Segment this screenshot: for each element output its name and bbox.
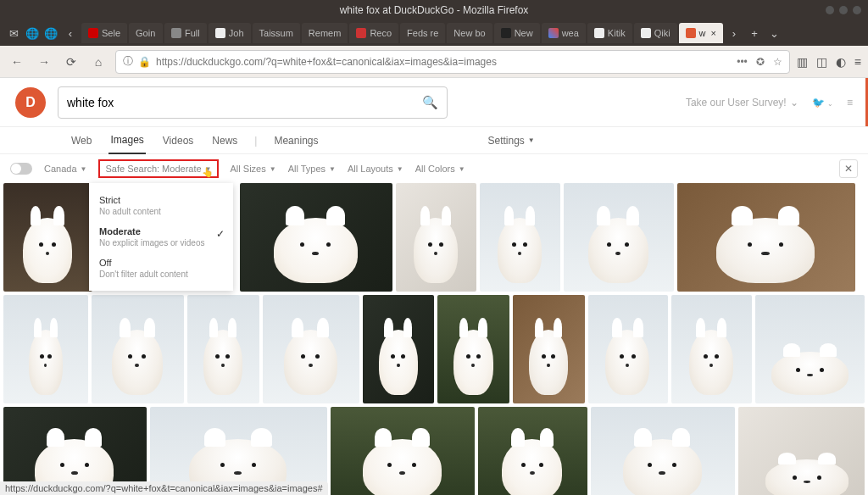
chevron-down-icon: ▼ <box>270 165 276 173</box>
image-result[interactable] <box>564 183 674 292</box>
safesearch-option-moderate[interactable]: Moderate No explicit images or videos ✓ <box>89 221 233 253</box>
browser-tab[interactable]: Reco <box>349 23 398 43</box>
forward-button[interactable]: → <box>34 52 54 72</box>
home-button[interactable]: ⌂ <box>88 52 108 72</box>
image-result[interactable] <box>478 407 587 495</box>
image-result[interactable] <box>480 183 560 292</box>
safesearch-option-strict[interactable]: Strict No adult content <box>89 190 233 221</box>
safesearch-filter[interactable]: Safe Search: Moderate▼👆 <box>98 159 218 178</box>
safesearch-option-off[interactable]: Off Don't filter adult content <box>89 253 233 284</box>
ddg-logo-icon[interactable]: D <box>15 87 46 118</box>
browser-tab[interactable]: Qiki <box>634 23 677 43</box>
browser-tab[interactable]: Goin <box>129 23 163 43</box>
tab-close-icon[interactable]: × <box>711 28 716 38</box>
safesearch-dropdown: Strict No adult content Moderate No expl… <box>89 183 233 291</box>
new-tab-icon[interactable]: + <box>745 27 764 40</box>
search-box[interactable]: 🔍 <box>58 86 448 119</box>
menu-icon[interactable]: ≡ <box>854 55 861 69</box>
category-nav: Web Images Videos News | Meanings Settin… <box>0 127 868 154</box>
chevron-down-icon: ▼ <box>329 165 336 173</box>
chevron-down-icon: ▼ <box>81 165 87 173</box>
size-filter[interactable]: All Sizes▼ <box>231 164 276 174</box>
browser-tab[interactable]: Sele <box>81 23 127 43</box>
tab-videos[interactable]: Videos <box>161 128 195 153</box>
chevron-down-icon: ▼ <box>459 165 465 173</box>
filter-bar: Canada▼ Safe Search: Moderate▼👆 All Size… <box>0 154 868 183</box>
browser-tab[interactable]: New <box>494 23 540 43</box>
bookmark-icon[interactable]: ☆ <box>773 56 782 68</box>
type-filter[interactable]: All Types▼ <box>288 164 336 174</box>
browser-tab[interactable]: New bo <box>447 23 492 43</box>
ddg-header: D 🔍 Take our User Survey! ⌄ 🐦 ⌄ ≡ <box>0 78 868 127</box>
reader-icon[interactable]: ✪ <box>756 56 765 68</box>
twitter-icon[interactable]: 🐦 ⌄ <box>812 97 833 108</box>
image-result[interactable] <box>187 295 259 403</box>
browser-tabstrip: ✉ 🌐 🌐 ‹ Sele Goin Full Joh Taissum Remem… <box>0 20 868 46</box>
settings-link[interactable]: Settings ▼ <box>487 135 534 147</box>
image-result[interactable] <box>396 183 476 292</box>
globe-icon[interactable]: 🌐 <box>24 25 41 42</box>
browser-tab[interactable]: Taissum <box>253 23 300 43</box>
globe-icon[interactable]: 🌐 <box>42 25 59 42</box>
browser-tab-active[interactable]: w× <box>679 23 723 43</box>
tab-scroll-left-icon[interactable]: ‹ <box>61 27 80 40</box>
search-input[interactable] <box>67 96 422 109</box>
browser-tab[interactable]: Remem <box>302 23 348 43</box>
url-text: https://duckduckgo.com/?q=white+fox&t=ca… <box>156 56 732 68</box>
region-toggle[interactable] <box>10 163 32 175</box>
window-maximize-icon[interactable] <box>839 6 848 14</box>
tab-meanings[interactable]: Meanings <box>272 128 320 153</box>
image-result[interactable] <box>755 295 865 403</box>
back-button[interactable]: ← <box>7 52 27 72</box>
window-minimize-icon[interactable] <box>826 6 834 14</box>
image-result[interactable] <box>263 295 359 403</box>
image-result[interactable] <box>437 295 509 403</box>
image-result[interactable] <box>671 295 752 403</box>
window-titlebar: white fox at DuckDuckGo - Mozilla Firefo… <box>0 0 868 20</box>
image-result[interactable] <box>738 407 865 495</box>
browser-navbar: ← → ⟳ ⌂ ⓘ 🔒 https://duckduckgo.com/?q=wh… <box>0 46 868 78</box>
hamburger-icon[interactable]: ≡ <box>847 97 853 108</box>
info-icon[interactable]: ⓘ <box>123 54 133 69</box>
close-filters-button[interactable]: ✕ <box>839 159 858 178</box>
image-result[interactable] <box>331 407 474 495</box>
reload-button[interactable]: ⟳ <box>61 52 81 72</box>
chevron-down-icon: ⌄ <box>790 97 798 108</box>
browser-tab[interactable]: wea <box>542 23 586 43</box>
check-icon: ✓ <box>216 228 225 240</box>
layout-filter[interactable]: All Layouts▼ <box>348 164 403 174</box>
window-title: white fox at DuckDuckGo - Mozilla Firefo… <box>340 4 529 16</box>
mail-icon[interactable]: ✉ <box>5 25 22 42</box>
window-close-icon[interactable] <box>853 6 861 14</box>
tab-web[interactable]: Web <box>70 128 93 153</box>
image-result[interactable] <box>588 295 669 403</box>
browser-tab[interactable]: Joh <box>209 23 251 43</box>
tab-scroll-right-icon[interactable]: › <box>725 27 743 40</box>
chevron-down-icon: ▼ <box>528 136 535 144</box>
account-icon[interactable]: ◐ <box>836 55 846 69</box>
browser-tab[interactable]: Full <box>164 23 207 43</box>
color-filter[interactable]: All Colors▼ <box>415 164 465 174</box>
tab-news[interactable]: News <box>210 128 239 153</box>
survey-link[interactable]: Take our User Survey! ⌄ <box>686 97 798 108</box>
region-filter[interactable]: Canada▼ <box>44 164 86 174</box>
image-result[interactable] <box>3 295 88 403</box>
image-result[interactable] <box>92 295 184 403</box>
search-icon[interactable]: 🔍 <box>422 95 438 110</box>
library-icon[interactable]: ▥ <box>797 55 808 69</box>
image-result[interactable] <box>591 407 734 495</box>
browser-tab[interactable]: Feds re <box>400 23 445 43</box>
image-result[interactable] <box>677 183 855 292</box>
url-bar[interactable]: ⓘ 🔒 https://duckduckgo.com/?q=white+fox&… <box>115 50 790 74</box>
page-actions-icon[interactable]: ••• <box>737 56 748 68</box>
lock-icon: 🔒 <box>138 56 151 68</box>
browser-tab[interactable]: Kitik <box>587 23 632 43</box>
image-result[interactable] <box>513 295 585 403</box>
sidebar-icon[interactable]: ◫ <box>816 55 827 69</box>
tab-images[interactable]: Images <box>108 127 145 154</box>
image-result[interactable] <box>3 183 92 292</box>
tabs-dropdown-icon[interactable]: ⌄ <box>765 27 784 40</box>
status-bar: https://duckduckgo.com/?q=white+fox&t=ca… <box>0 481 328 495</box>
image-result[interactable] <box>240 183 392 292</box>
image-result[interactable] <box>363 295 435 403</box>
